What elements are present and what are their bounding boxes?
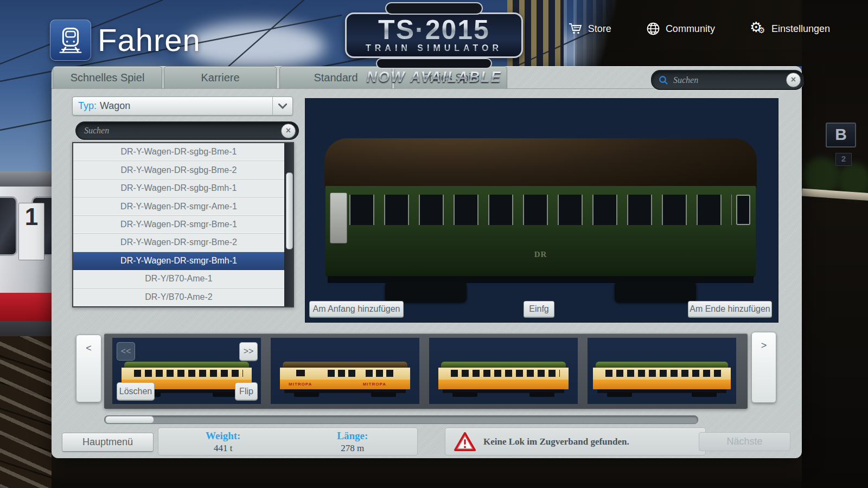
cart-icon (569, 22, 583, 35)
train-icon (58, 27, 83, 54)
background-platform-dark (802, 0, 868, 488)
wagon-search-clear-button[interactable]: × (281, 124, 296, 138)
preview-wagon-roof (324, 138, 757, 187)
promo-availability: NOW AVAILABLE (345, 69, 523, 86)
list-item[interactable]: DR-Y-Wagen-DR-sgbg-Bme-1 (73, 143, 284, 161)
list-scrollbar[interactable] (284, 143, 293, 306)
list-item[interactable]: DR-Y-Wagen-DR-smgr-Bme-1 (73, 216, 284, 234)
list-item-selected[interactable]: DR-Y-Wagen-DR-smgr-Bmh-1 (73, 252, 284, 270)
global-search: × (651, 70, 804, 90)
train-window (0, 196, 17, 256)
chevron-down-icon (272, 97, 292, 115)
page-title: Fahren (98, 22, 201, 58)
list-item[interactable]: DR-Y/B70-Ame-1 (73, 270, 284, 288)
preview-viewport: DR Am Anfang hinzufügen Einfg Am Ende hi… (305, 98, 778, 323)
tab-quick-play[interactable]: Schnelles Spiel (53, 66, 162, 89)
consist-tile-3[interactable] (429, 338, 578, 404)
list-item[interactable]: DR-Y-Wagen-DR-smgr-Bme-2 (73, 234, 284, 252)
promo-title: TS·2015 (347, 16, 521, 43)
preview-wagon-bogie (385, 281, 467, 302)
length-stat: Länge: 278 m (288, 430, 418, 454)
nav-store[interactable]: Store (569, 22, 611, 35)
wagon-search-input[interactable] (83, 125, 281, 136)
consist-stats: Weight: 441 t Länge: 278 m (158, 428, 418, 455)
background-train: 1 (0, 187, 52, 305)
type-label: Typ: (78, 100, 97, 112)
weight-label: Weight: (158, 430, 288, 442)
wagon-list-rows: DR-Y-Wagen-DR-sgbg-Bme-1 DR-Y-Wagen-DR-s… (73, 143, 284, 306)
consist-scroll-right-button[interactable]: > (751, 332, 776, 403)
add-to-end-button[interactable]: Am Ende hinzufügen (688, 301, 772, 318)
nav-settings[interactable]: ⚙ ⚙ Einstellungen (750, 21, 830, 37)
wagon-thumbnail-mitropa: MITROPA MITROPA (280, 362, 410, 393)
nav-settings-label: Einstellungen (771, 23, 830, 35)
length-label: Länge: (288, 430, 418, 442)
preview-wagon-marking: DR (326, 250, 756, 259)
consist-scroll-left-button[interactable]: < (76, 335, 101, 402)
ts2015-promo-badge: DOVETAIL GAMES TS·2015 TRAIN SIMULATOR M… (345, 2, 523, 86)
list-scrollbar-thumb[interactable] (286, 172, 293, 249)
nav-community-label: Community (666, 23, 715, 35)
type-value: Wagon (100, 100, 272, 112)
add-to-front-button[interactable]: Am Anfang hinzufügen (309, 301, 404, 318)
preview-wagon-door (330, 192, 347, 243)
consist-tile-2[interactable]: MITROPA MITROPA (271, 338, 419, 404)
list-item[interactable]: DR-Y-Wagen-DR-sgbg-Bme-2 (73, 161, 284, 179)
list-item[interactable]: DR-Y/B70-Ame-2 (73, 288, 284, 306)
move-wagon-right-button[interactable]: >> (239, 342, 258, 361)
tab-career[interactable]: Karriere (164, 66, 277, 89)
background-train-stripe (0, 293, 52, 321)
preview-wagon-bogie (615, 281, 696, 302)
first-class-placard: 1 (18, 203, 44, 260)
top-nav: Store Community ⚙ ⚙ Einstellungen (569, 21, 830, 37)
globe-icon (646, 22, 660, 36)
global-search-input[interactable] (672, 75, 786, 86)
wagon-search: × (75, 121, 299, 140)
promo-publisher: DOVETAIL GAMES (385, 2, 483, 15)
screen: B 2 1 DOVETAIL GAMES TS·2015 TRAIN SIMUL… (0, 0, 868, 488)
insert-button[interactable]: Einfg (524, 301, 554, 318)
warning-icon (454, 432, 476, 452)
background-tracks (0, 336, 54, 488)
list-item[interactable]: DR-Y-Wagen-DR-smgr-Ame-1 (73, 197, 284, 215)
background-train-roof (0, 171, 52, 188)
search-icon (659, 75, 668, 85)
delete-wagon-button[interactable]: Löschen (117, 382, 155, 401)
consist-tile-1[interactable]: << >> Löschen Flip (112, 338, 261, 404)
promo-subtitle: TRAIN SIMULATOR (347, 43, 521, 53)
warning-text: Keine Lok im Zugverband gefunden. (483, 436, 629, 447)
platform-sign-b: B (826, 123, 856, 147)
flip-wagon-button[interactable]: Flip (235, 382, 258, 401)
promo-route: MÜNCHEN · ROSENHEIM (376, 58, 493, 69)
next-button[interactable]: Nächste (699, 432, 790, 451)
consist-scrollbar[interactable] (104, 415, 698, 424)
list-item[interactable]: DR-Y-Wagen-DR-sgbg-Bmh-1 (73, 179, 284, 197)
gear-icon: ⚙ ⚙ (750, 21, 766, 37)
consist-scrollbar-thumb[interactable] (105, 416, 154, 423)
move-wagon-left-button[interactable]: << (117, 342, 135, 361)
weight-value: 441 t (158, 443, 288, 454)
length-value: 278 m (288, 443, 418, 454)
preview-wagon-end-window (736, 195, 750, 225)
consist-tile-4[interactable] (588, 338, 736, 404)
consist-strip: << >> Löschen Flip MITROPA MITROPA (104, 333, 748, 409)
global-search-clear-button[interactable]: × (786, 73, 801, 87)
platform-sign-2: 2 (835, 153, 852, 166)
weight-stat: Weight: 441 t (158, 430, 288, 454)
app-logo (50, 20, 91, 61)
main-menu-button[interactable]: Hauptmenü (62, 433, 154, 452)
main-panel: Schnelles Spiel Karriere Standard Freies… (52, 66, 802, 458)
preview-wagon-body: DR (326, 186, 756, 277)
type-dropdown[interactable]: Typ: Wagon (72, 97, 293, 115)
nav-community[interactable]: Community (646, 22, 715, 36)
nav-store-label: Store (588, 23, 611, 35)
wagon-thumbnail (593, 362, 731, 393)
background-bottom (52, 454, 802, 488)
preview-wagon-windows (349, 195, 732, 225)
wagon-list: DR-Y-Wagen-DR-sgbg-Bme-1 DR-Y-Wagen-DR-s… (72, 142, 294, 307)
warning-banner: Keine Lok im Zugverband gefunden. (445, 428, 706, 455)
promo-badge: TS·2015 TRAIN SIMULATOR (345, 12, 523, 58)
wagon-thumbnail (438, 362, 569, 393)
